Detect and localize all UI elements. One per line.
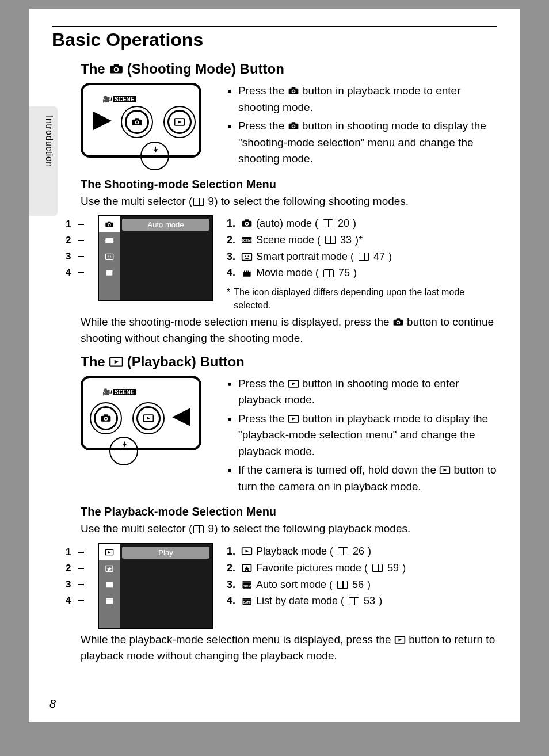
page-ref-icon: [193, 525, 204, 533]
bullet-item: Press the button in playback mode to ent…: [238, 83, 497, 116]
shooting-mode-heading: The (Shooting Mode) Button: [81, 61, 497, 77]
play-icon: [288, 414, 299, 424]
manual-page: Introduction Basic Operations The (Shoot…: [29, 9, 520, 722]
autosort-icon: [241, 579, 253, 590]
mode-dial-label: 🎥/SCENE: [102, 388, 136, 396]
shoot-mode-list: 1. (auto) mode ( 20) 2. Scene mode ( 33)…: [227, 215, 497, 281]
play-outro: While the playback-mode selection menu i…: [81, 632, 497, 665]
play-icon: [174, 117, 185, 127]
mode-item: 4. Movie mode ( 75): [227, 265, 497, 281]
mode-item: 3. Auto sort mode ( 56): [227, 576, 497, 593]
play-button: [136, 406, 161, 430]
footnote: * The icon displayed differs depending u…: [227, 286, 497, 312]
play-icon: [439, 465, 451, 475]
play-icon: [109, 356, 124, 368]
play-button-ring: [163, 106, 196, 138]
page-ref-icon: [337, 581, 348, 589]
shoot-button: [125, 110, 149, 134]
menu-header: Auto mode: [122, 219, 209, 231]
date-icon: [241, 596, 253, 606]
camera-icon: [288, 121, 299, 131]
callout-num: 2: [66, 235, 71, 246]
shoot-menu-heading: The Shooting-mode Selection Menu: [81, 178, 497, 191]
shooting-bullets: Press the button in playback mode to ent…: [227, 83, 497, 170]
mode-item: 2. Favorite pictures mode ( 59): [227, 560, 497, 576]
play-icon: [143, 413, 154, 423]
page-ref-icon: [338, 547, 348, 555]
play-button: [167, 110, 192, 134]
camera-icon: [109, 63, 124, 75]
play-menu-row: 1 2 3 4 Play: [81, 543, 497, 629]
callout-num: 1: [66, 547, 71, 558]
shoot-button-ring: [121, 106, 153, 138]
menu-item-scene: [99, 232, 120, 249]
menu-item-movie: [99, 265, 120, 281]
callout-num: 4: [66, 267, 71, 278]
bullet-item: Press the button in playback mode to dis…: [238, 411, 497, 460]
camera-icon: [131, 117, 143, 127]
play-icon: [288, 379, 299, 389]
camera-icon: [392, 317, 404, 327]
arrow-left-icon: [172, 408, 190, 426]
menu-item-date: [99, 593, 120, 609]
menu-item-play: [99, 544, 120, 560]
page-ref-icon: [323, 219, 333, 227]
mode-item: 3. Smart portrait mode ( 47): [227, 249, 497, 265]
playback-heading: The (Playback) Button: [81, 354, 497, 370]
play-icon: [241, 546, 253, 556]
play-menu-intro: Use the multi selector ( 9) to select th…: [81, 521, 497, 537]
page-title: Basic Operations: [52, 27, 497, 51]
menu-item-auto: [99, 216, 120, 232]
mode-item: 4. List by date mode ( 53): [227, 593, 497, 609]
camera-icon: [241, 218, 253, 228]
mode-item: 1. (auto) mode ( 20): [227, 215, 497, 232]
favorite-icon: [241, 563, 253, 573]
playback-bullets: Press the button in shooting mode to ent…: [227, 376, 497, 498]
page-number: 8: [49, 697, 56, 711]
movie-icon: [241, 268, 253, 278]
play-button-ring: [132, 402, 165, 434]
bullet-item: Press the button in shooting mode to dis…: [238, 118, 497, 167]
camera-icon: [100, 413, 112, 423]
arrow-right-icon: [93, 112, 112, 130]
callout-num: 1: [66, 219, 71, 230]
mode-item: 1. Playback mode ( 26): [227, 543, 497, 560]
scene-icon: [241, 235, 253, 245]
h2-pre: The: [81, 354, 105, 370]
content: The (Shooting Mode) Button 🎥/SCENE: [81, 61, 497, 665]
menu-item-favorite: [99, 560, 120, 576]
section-tab-label: Introduction: [44, 116, 54, 167]
shoot-menu-screen: Auto mode: [98, 215, 213, 301]
smile-icon: [241, 251, 253, 262]
bullet-item: Press the button in shooting mode to ent…: [238, 376, 497, 408]
mode-dial-label: 🎥/SCENE: [102, 96, 136, 103]
play-menu-heading: The Playback-mode Selection Menu: [81, 505, 497, 518]
page-ref-icon: [372, 564, 383, 572]
page-ref-icon: [359, 253, 369, 261]
flash-icon: [119, 440, 131, 450]
play-mode-list: 1. Playback mode ( 26) 2. Favorite pictu…: [227, 543, 497, 609]
shoot-button-ring: [90, 402, 122, 434]
play-menu-screen: Play: [98, 543, 213, 629]
menu-header: Play: [122, 547, 209, 559]
page-ref-icon: [193, 198, 204, 206]
shoot-menu-intro: Use the multi selector ( 9) to select th…: [81, 193, 497, 210]
title-block: Basic Operations: [52, 26, 497, 51]
callout-num: 3: [66, 579, 71, 590]
h2-post: (Playback) Button: [127, 354, 245, 370]
menu-item-portrait: [99, 249, 120, 265]
shooting-illustration: 🎥/SCENE: [81, 83, 213, 158]
callout-num: 2: [66, 563, 71, 574]
mode-item: 2. Scene mode ( 33)*: [227, 232, 497, 249]
playback-illustration: 🎥/SCENE: [81, 376, 213, 450]
bullet-item: If the camera is turned off, hold down t…: [238, 462, 497, 495]
flash-icon: [150, 145, 162, 155]
shoot-button: [94, 406, 118, 430]
shoot-menu-row: 1 2 3 4 Auto mode: [81, 215, 497, 312]
camera-icon: [288, 86, 299, 96]
h2-pre: The: [81, 61, 105, 77]
shoot-outro: While the shooting-mode selection menu i…: [81, 314, 497, 347]
page-ref-icon: [349, 597, 359, 605]
play-icon: [394, 635, 406, 645]
h2-post: (Shooting Mode) Button: [127, 61, 284, 77]
